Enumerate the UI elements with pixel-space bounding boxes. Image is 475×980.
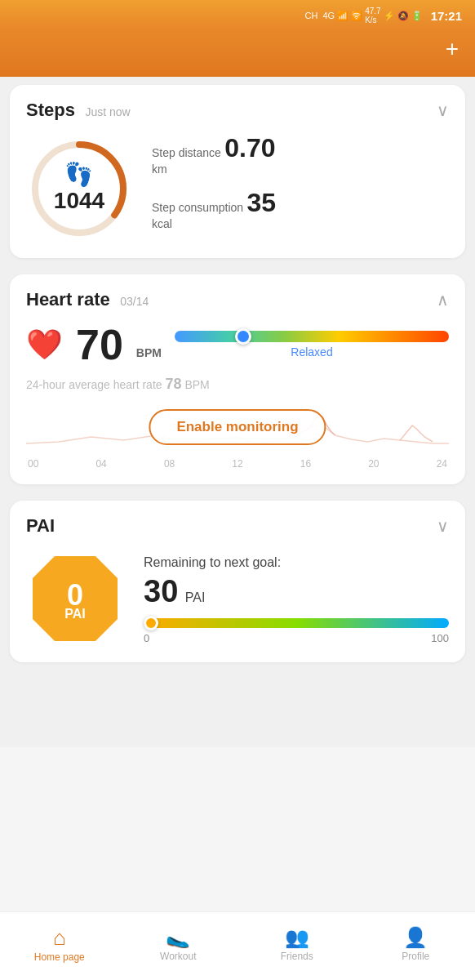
heart-rate-card: Heart rate 03/14 ∧ ❤️ 70 BPM Relaxed 24-… (10, 274, 465, 484)
pai-min: 0 (144, 632, 149, 644)
hr-card-header: Heart rate 03/14 ∧ (26, 289, 449, 310)
pai-card-header: PAI ∨ (26, 515, 449, 537)
status-bar: CH 4G 📶 🛜 47.7K/s ⚡ 🔕 🔋 17:21 (0, 0, 475, 28)
hr-state: Relaxed (175, 345, 449, 359)
steps-card-header: Steps Just now ∨ (26, 100, 449, 121)
nav-profile[interactable]: 👤 Profile (357, 912, 476, 980)
pai-card: PAI ∨ 0 PAI Remaining to next goal: 30 P… (10, 501, 465, 662)
hr-avg-unit: BPM (184, 378, 209, 391)
footsteps-icon: 👣 (54, 163, 104, 186)
hr-chart-area: Enable monitoring (26, 403, 449, 452)
home-icon: ⌂ (53, 927, 66, 948)
distance-value: 0.70 (224, 133, 275, 163)
profile-icon: 👤 (403, 928, 428, 947)
workout-icon: 🥿 (166, 928, 190, 947)
distance-unit: km (152, 163, 449, 176)
nav-friends[interactable]: 👥 Friends (238, 912, 357, 980)
nav-workout-label: Workout (160, 951, 196, 962)
steps-title: Steps (26, 100, 75, 120)
consumption-label: Step consumption (152, 201, 243, 214)
status-icons: CH 4G 📶 🛜 47.7K/s ⚡ 🔕 🔋 (305, 7, 423, 24)
heart-icon: ❤️ (26, 327, 63, 362)
consumption-value: 35 (247, 188, 277, 217)
nav-spacer (0, 670, 475, 747)
hr-average: 24-hour average heart rate 78 BPM (26, 376, 449, 393)
pai-chevron[interactable]: ∨ (437, 516, 449, 536)
enable-monitoring-button[interactable]: Enable monitoring (149, 409, 326, 445)
pai-progress-bar: 0 100 (144, 618, 449, 644)
pai-remaining-value: 30 (144, 574, 178, 608)
hr-gradient-bar (175, 331, 449, 342)
hr-avg-label: 24-hour average heart rate (26, 378, 162, 391)
consumption-stat: Step consumption 35 kcal (152, 189, 449, 230)
nav-home-label: Home page (34, 951, 85, 963)
hr-date: 03/14 (120, 295, 149, 308)
consumption-unit: kcal (152, 217, 449, 230)
clock: 17:21 (431, 9, 462, 23)
svg-text:PAI: PAI (64, 607, 85, 621)
nav-friends-label: Friends (281, 951, 313, 962)
nav-profile-label: Profile (402, 951, 429, 962)
distance-label: Step distance (152, 146, 221, 159)
bottom-nav: ⌂ Home page 🥿 Workout 👥 Friends 👤 Profil… (0, 911, 475, 980)
hr-avg-value: 78 (165, 376, 181, 392)
bpm-unit: BPM (136, 346, 162, 359)
friends-icon: 👥 (285, 928, 309, 947)
steps-info: Step distance 0.70 km Step consumption 3… (152, 134, 449, 243)
main-content: Steps Just now ∨ 👣 1044 (0, 77, 475, 747)
hr-indicator (235, 328, 251, 345)
steps-count: 1044 (54, 188, 104, 214)
steps-subtitle: Just now (85, 105, 130, 118)
steps-chevron[interactable]: ∨ (437, 100, 449, 120)
nav-home[interactable]: ⌂ Home page (0, 912, 119, 980)
bpm-value: 70 (76, 323, 123, 366)
pai-progress-dot (144, 616, 158, 630)
pai-octagon: 0 PAI (26, 550, 124, 648)
hr-time-labels: 00 04 08 12 16 20 24 (26, 458, 449, 470)
add-button[interactable]: + (446, 38, 459, 60)
steps-card: Steps Just now ∨ 👣 1044 (10, 85, 465, 258)
header-bar: + (0, 28, 475, 77)
pai-progress-track (144, 618, 449, 628)
nav-workout[interactable]: 🥿 Workout (119, 912, 238, 980)
pai-remaining-label: Remaining to next goal: (144, 554, 449, 572)
pai-info: Remaining to next goal: 30 PAI 0 100 (144, 554, 449, 644)
hr-title: Heart rate (26, 289, 110, 310)
pai-progress-labels: 0 100 (144, 632, 449, 644)
pai-body: 0 PAI Remaining to next goal: 30 PAI 0 1 (26, 550, 449, 648)
steps-circle: 👣 1044 (26, 136, 132, 242)
hr-scale: Relaxed (175, 331, 449, 359)
pai-max: 100 (431, 632, 449, 644)
steps-body: 👣 1044 Step distance 0.70 km Step consum… (26, 134, 449, 243)
hr-main: ❤️ 70 BPM Relaxed (26, 323, 449, 366)
pai-remaining-unit: PAI (185, 590, 206, 604)
distance-stat: Step distance 0.70 km (152, 134, 449, 176)
hr-chevron[interactable]: ∧ (437, 290, 449, 310)
pai-title: PAI (26, 515, 55, 537)
